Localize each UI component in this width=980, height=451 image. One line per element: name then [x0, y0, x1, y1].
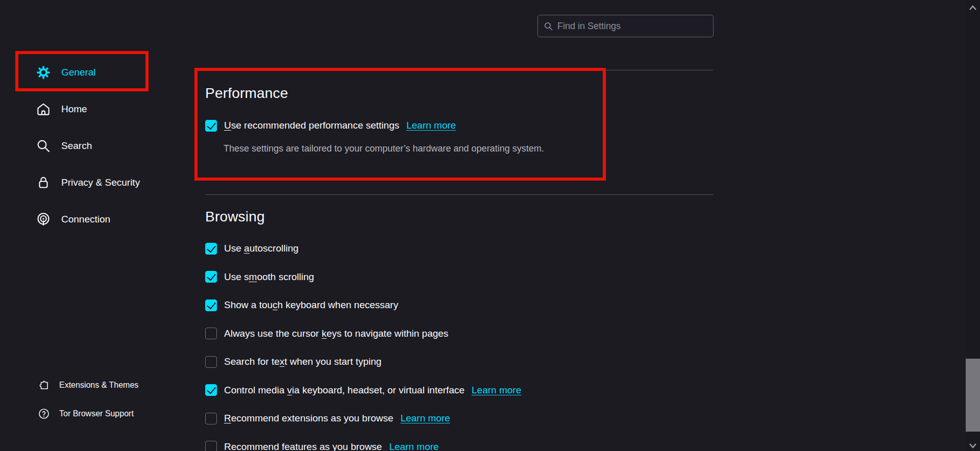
learn-more-link[interactable]: Learn more	[401, 413, 450, 424]
checkbox-label[interactable]: Use smooth scrolling	[224, 271, 314, 283]
search-icon	[544, 22, 553, 31]
sidebar-item-home[interactable]: Home	[0, 91, 194, 128]
scrollbar-thumb[interactable]	[966, 359, 980, 432]
search-when-typing-row[interactable]: Search for text when you start typing	[205, 353, 521, 371]
checkbox-label[interactable]: Always use the cursor keys to navigate w…	[224, 328, 448, 339]
recommend-features-row[interactable]: Recommend features as you browse Learn m…	[205, 438, 521, 451]
lock-icon	[36, 175, 51, 190]
find-in-settings-box[interactable]	[537, 15, 714, 37]
sidebar-item-connection[interactable]: Connection	[0, 201, 194, 238]
sidebar-item-label: Tor Browser Support	[59, 409, 134, 418]
sidebar-item-privacy-security[interactable]: Privacy & Security	[0, 164, 194, 201]
checkbox[interactable]	[205, 356, 217, 368]
use-autoscrolling-row[interactable]: Use autoscrolling	[205, 239, 521, 258]
sidebar-item-label: Search	[61, 140, 92, 152]
checkbox-label[interactable]: Use recommended performance settings	[224, 120, 399, 131]
browsing-options-list: Use autoscrolling Use smooth scrolling S…	[205, 239, 521, 451]
checkbox-label[interactable]: Use autoscrolling	[224, 243, 299, 254]
checkbox-label[interactable]: Control media via keyboard, headset, or …	[224, 385, 464, 396]
question-icon	[38, 408, 50, 420]
sidebar-item-extensions-themes[interactable]: Extensions & Themes	[0, 371, 194, 399]
sidebar-item-label: Home	[61, 104, 87, 115]
recommend-extensions-row[interactable]: Recommend extensions as you browse Learn…	[205, 409, 521, 428]
checkbox[interactable]	[205, 299, 217, 311]
gear-icon	[36, 65, 51, 80]
performance-section-title: Performance	[205, 85, 288, 102]
section-divider	[205, 194, 713, 195]
find-in-settings-input[interactable]	[557, 21, 707, 32]
cursor-keys-navigate-row[interactable]: Always use the cursor keys to navigate w…	[205, 324, 521, 343]
checkbox-label[interactable]: Show a touch keyboard when necessary	[224, 299, 398, 311]
sidebar-item-label: Connection	[61, 214, 110, 225]
use-recommended-performance-row[interactable]: Use recommended performance settings Lea…	[205, 116, 456, 135]
learn-more-link[interactable]: Learn more	[472, 385, 521, 396]
sidebar-item-label: General	[61, 67, 96, 78]
control-media-row[interactable]: Control media via keyboard, headset, or …	[205, 381, 521, 399]
checkbox-label[interactable]: Recommend features as you browse	[224, 441, 382, 451]
magnifier-icon	[36, 138, 51, 154]
sidebar-item-label: Extensions & Themes	[59, 381, 138, 390]
checkbox-label[interactable]: Search for text when you start typing	[224, 356, 381, 367]
sidebar-item-label: Privacy & Security	[61, 177, 140, 188]
sidebar-item-tor-support[interactable]: Tor Browser Support	[0, 399, 194, 428]
vertical-scrollbar[interactable]	[966, 0, 980, 451]
sidebar-footer: Extensions & Themes Tor Browser Support	[0, 371, 194, 428]
browsing-section-title: Browsing	[205, 209, 265, 225]
section-divider	[205, 70, 713, 70]
settings-sidebar: General Home Search Privacy & Security	[0, 54, 194, 238]
learn-more-link[interactable]: Learn more	[389, 441, 438, 451]
home-icon	[36, 102, 51, 117]
sidebar-item-search[interactable]: Search	[0, 128, 194, 164]
broadcast-icon	[36, 212, 51, 227]
puzzle-icon	[38, 379, 50, 391]
scroll-down-icon[interactable]	[969, 442, 977, 448]
checkbox[interactable]	[205, 271, 217, 283]
checkbox[interactable]	[205, 328, 217, 339]
scroll-up-icon[interactable]	[969, 4, 977, 10]
learn-more-link[interactable]: Learn more	[406, 120, 456, 131]
checkbox[interactable]	[205, 384, 217, 396]
settings-page: General Home Search Privacy & Security	[0, 0, 980, 451]
checkbox[interactable]	[205, 243, 217, 255]
checkbox[interactable]	[205, 413, 217, 424]
checkbox[interactable]	[205, 441, 217, 451]
touch-keyboard-row[interactable]: Show a touch keyboard when necessary	[205, 296, 521, 314]
checkbox[interactable]	[205, 120, 217, 132]
performance-description: These settings are tailored to your comp…	[224, 143, 544, 154]
checkbox-label[interactable]: Recommend extensions as you browse	[224, 413, 394, 424]
use-smooth-scrolling-row[interactable]: Use smooth scrolling	[205, 268, 521, 286]
sidebar-item-general[interactable]: General	[0, 54, 194, 91]
